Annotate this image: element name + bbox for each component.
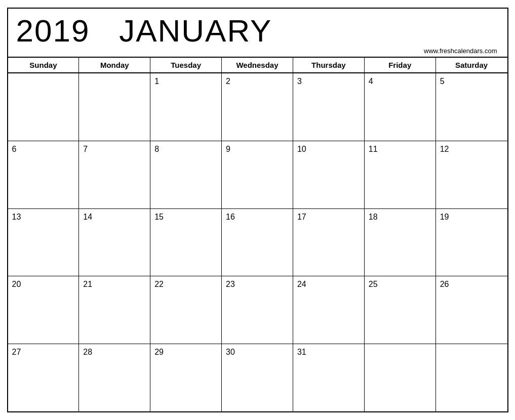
day-cell-3: 3 xyxy=(293,73,365,141)
header-monday: Monday xyxy=(79,58,150,72)
day-cell-w5-fri xyxy=(365,344,436,411)
week-row-4: 20 21 22 23 24 25 26 xyxy=(8,276,507,344)
day-headers-row: Sunday Monday Tuesday Wednesday Thursday… xyxy=(8,58,507,73)
day-cell-13: 13 xyxy=(8,209,80,276)
day-cell-w1-sun xyxy=(8,73,80,141)
day-cell-20: 20 xyxy=(8,276,80,344)
day-cell-w5-sat xyxy=(436,344,507,411)
day-cell-14: 14 xyxy=(79,209,150,276)
day-cell-8: 8 xyxy=(150,141,222,208)
calendar-header: 2019 JANUARY www.freshcalendars.com xyxy=(8,9,507,57)
calendar-website: www.freshcalendars.com xyxy=(16,47,499,55)
header-sunday: Sunday xyxy=(8,58,80,72)
header-wednesday: Wednesday xyxy=(222,58,293,72)
day-cell-28: 28 xyxy=(79,344,150,411)
weeks-container: 1 2 3 4 5 6 7 8 9 10 11 12 13 14 15 16 xyxy=(8,73,507,411)
day-cell-5: 5 xyxy=(436,73,507,141)
week-row-1: 1 2 3 4 5 xyxy=(8,73,507,141)
day-cell-24: 24 xyxy=(293,276,365,344)
calendar-grid: Sunday Monday Tuesday Wednesday Thursday… xyxy=(8,57,507,411)
day-cell-18: 18 xyxy=(365,209,436,276)
day-cell-10: 10 xyxy=(293,141,365,208)
header-tuesday: Tuesday xyxy=(150,58,222,72)
day-cell-15: 15 xyxy=(150,209,222,276)
day-cell-29: 29 xyxy=(150,344,222,411)
day-cell-1: 1 xyxy=(150,73,222,141)
calendar-year: 2019 xyxy=(16,13,90,48)
day-cell-19: 19 xyxy=(436,209,507,276)
day-cell-25: 25 xyxy=(365,276,436,344)
day-cell-26: 26 xyxy=(436,276,507,344)
day-cell-6: 6 xyxy=(8,141,80,208)
day-cell-4: 4 xyxy=(365,73,436,141)
calendar-month: JANUARY xyxy=(119,13,272,48)
header-thursday: Thursday xyxy=(293,58,365,72)
day-cell-30: 30 xyxy=(222,344,293,411)
day-cell-9: 9 xyxy=(222,141,293,208)
day-cell-17: 17 xyxy=(293,209,365,276)
calendar-title: 2019 JANUARY xyxy=(16,14,499,48)
week-row-3: 13 14 15 16 17 18 19 xyxy=(8,209,507,277)
day-cell-21: 21 xyxy=(79,276,150,344)
day-cell-12: 12 xyxy=(436,141,507,208)
day-cell-2: 2 xyxy=(222,73,293,141)
calendar: 2019 JANUARY www.freshcalendars.com Sund… xyxy=(7,8,508,412)
day-cell-11: 11 xyxy=(365,141,436,208)
day-cell-w1-mon xyxy=(79,73,150,141)
header-friday: Friday xyxy=(365,58,436,72)
week-row-5: 27 28 29 30 31 xyxy=(8,344,507,411)
day-cell-7: 7 xyxy=(79,141,150,208)
day-cell-16: 16 xyxy=(222,209,293,276)
week-row-2: 6 7 8 9 10 11 12 xyxy=(8,141,507,209)
day-cell-31: 31 xyxy=(293,344,365,411)
day-cell-23: 23 xyxy=(222,276,293,344)
header-saturday: Saturday xyxy=(436,58,507,72)
day-cell-22: 22 xyxy=(150,276,222,344)
day-cell-27: 27 xyxy=(8,344,80,411)
